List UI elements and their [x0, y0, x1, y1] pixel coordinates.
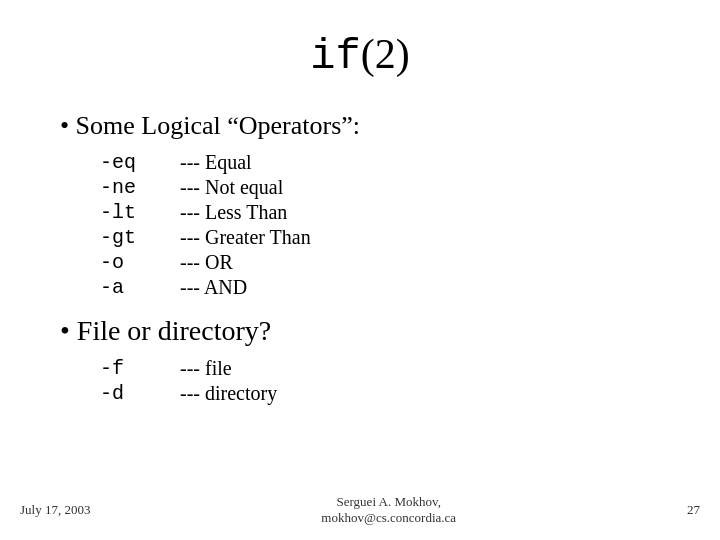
op-code: -gt: [100, 226, 180, 249]
op-desc: --- Less Than: [180, 201, 660, 224]
op-desc: --- OR: [180, 251, 660, 274]
operators-table: -eq--- Equal-ne--- Not equal-lt--- Less …: [100, 151, 660, 299]
section-file: • File or directory? -f--- file-d--- dir…: [60, 315, 660, 405]
bullet-file: • File or directory?: [60, 315, 660, 347]
op-code: -eq: [100, 151, 180, 174]
footer-page: 27: [687, 502, 700, 518]
op-desc: --- Not equal: [180, 176, 660, 199]
footer-author-line2: mokhov@cs.concordia.ca: [321, 510, 456, 526]
op-code: -ne: [100, 176, 180, 199]
footer-center: Serguei A. Mokhov, mokhov@cs.concordia.c…: [321, 494, 456, 526]
slide: if(2) • Some Logical “Operators”: -eq---…: [0, 0, 720, 540]
footer-author-line1: Serguei A. Mokhov,: [321, 494, 456, 510]
op-desc: --- AND: [180, 276, 660, 299]
op-code: -a: [100, 276, 180, 299]
op-desc: --- Equal: [180, 151, 660, 174]
title-paren: (2): [361, 31, 410, 77]
op-desc: --- Greater Than: [180, 226, 660, 249]
section-operators: • Some Logical “Operators”: -eq--- Equal…: [60, 111, 660, 299]
slide-title: if(2): [60, 30, 660, 81]
footer-date: July 17, 2003: [20, 502, 90, 518]
op-code: -lt: [100, 201, 180, 224]
title-code: if: [310, 33, 360, 81]
op-code: -o: [100, 251, 180, 274]
file-op-code: -d: [100, 382, 180, 405]
bullet-operators: • Some Logical “Operators”:: [60, 111, 660, 141]
file-op-desc: --- file: [180, 357, 660, 380]
file-operators-table: -f--- file-d--- directory: [100, 357, 660, 405]
footer: July 17, 2003 Serguei A. Mokhov, mokhov@…: [0, 494, 720, 526]
file-op-desc: --- directory: [180, 382, 660, 405]
file-op-code: -f: [100, 357, 180, 380]
